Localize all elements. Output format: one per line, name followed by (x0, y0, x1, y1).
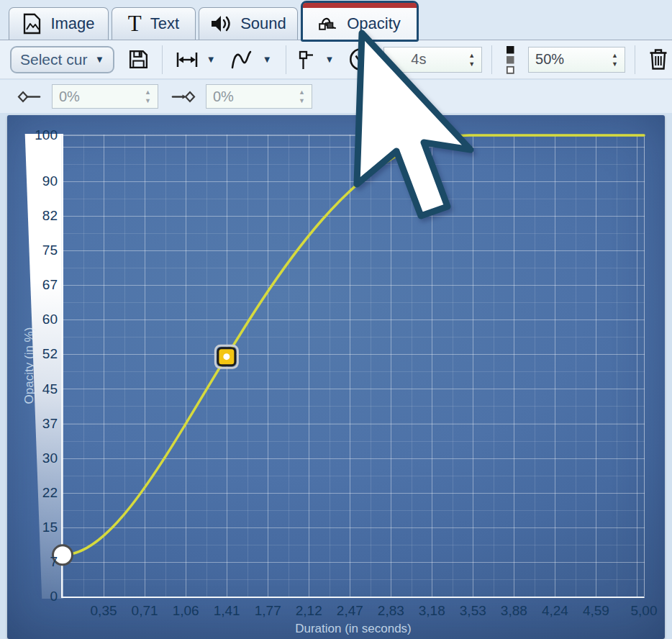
spinner-down-icon: ▼ (468, 61, 475, 67)
time-value: 4s (411, 51, 426, 68)
spinner-up-icon: ▲ (299, 89, 305, 95)
fade-out-input[interactable]: 0% ▲ ▼ (206, 84, 312, 109)
chevron-down-icon[interactable]: ▼ (324, 55, 334, 64)
x-tick-label: 2,47 (337, 603, 363, 619)
curve-editor-panel: Opacity (in %) Duration (in seconds) 0,3… (7, 115, 665, 639)
keyframe-marker-button[interactable] (298, 49, 314, 71)
x-tick-label: 0,71 (132, 603, 158, 619)
text-icon: T (128, 14, 142, 34)
x-tick-label: 0,35 (91, 603, 117, 619)
fade-in-input[interactable]: 0% ▲ ▼ (52, 84, 158, 109)
wave-type-button[interactable] (230, 49, 254, 71)
tab-label: Image (50, 14, 94, 33)
y-tick-label: 100 (25, 127, 58, 143)
y-tick-label: 37 (25, 416, 58, 432)
spinner-up-icon: ▲ (612, 53, 618, 58)
spinner-up-icon: ▲ (145, 89, 151, 95)
x-tick-label: 1,06 (173, 603, 199, 619)
opacity-percent-spinner[interactable]: ▲ ▼ (612, 53, 618, 67)
chevron-down-icon: ▼ (95, 55, 104, 64)
delete-button[interactable] (648, 47, 669, 71)
y-tick-label: 75 (25, 243, 58, 258)
y-tick-label: 7 (25, 554, 58, 570)
chevron-down-icon[interactable]: ▼ (263, 55, 272, 64)
toolbar-separator (491, 45, 492, 74)
curve-select-dropdown[interactable]: Select cur ▼ (10, 46, 114, 73)
fade-in-spinner[interactable]: ▲ ▼ (145, 89, 151, 104)
selected-tab-red-stripe (303, 3, 417, 8)
y-tick-label: 45 (25, 381, 58, 397)
save-button[interactable] (127, 48, 150, 71)
toolbar-separator (635, 45, 635, 74)
y-tick-label: 0 (25, 589, 58, 604)
tab-label: Text (150, 14, 179, 33)
plot-area[interactable]: Opacity (in %) Duration (in seconds) 0,3… (61, 135, 645, 598)
toolbar-separator (286, 45, 286, 74)
spinner-down-icon: ▼ (145, 98, 151, 104)
chevron-down-icon[interactable]: ▼ (206, 55, 216, 64)
x-tick-label: 3,53 (460, 603, 486, 619)
image-icon (22, 13, 42, 35)
layer-stack-icon[interactable] (504, 45, 517, 75)
tab-opacity[interactable]: Opacity (301, 1, 419, 42)
x-tick-label: 5,00 (631, 603, 658, 619)
x-axis-title: Duration (in seconds) (63, 622, 644, 636)
tab-bar: Image T Text Sound Opacity (0, 0, 672, 40)
x-tick-label: 1,77 (255, 603, 281, 619)
opacity-curve-icon (319, 15, 338, 32)
x-tick-label: 2,83 (378, 603, 404, 619)
fade-in-value: 0% (59, 89, 80, 105)
fade-in-icon (17, 91, 42, 103)
y-tick-label: 90 (25, 173, 58, 189)
y-tick-label: 82 (25, 208, 58, 224)
fade-row: 0% ▲ ▼ 0% ▲ ▼ (0, 80, 672, 113)
y-tick-label: 22 (25, 485, 58, 501)
y-tick-label: 30 (25, 450, 58, 466)
curve-select-value: Select cur (20, 51, 87, 68)
time-input[interactable]: 4s ▲ ▼ (383, 47, 482, 73)
opacity-percent-input[interactable]: 50% ▲ ▼ (528, 47, 625, 73)
x-tick-label: 3,88 (501, 603, 527, 619)
fade-out-icon (171, 91, 196, 103)
x-tick-label: 1,41 (214, 603, 240, 619)
toolbar-separator (162, 45, 163, 74)
y-tick-label: 67 (25, 277, 58, 293)
tab-sound[interactable]: Sound (199, 7, 298, 40)
x-tick-label: 3,18 (419, 603, 445, 619)
fade-out-value: 0% (213, 89, 234, 105)
span-width-button[interactable] (175, 50, 199, 69)
y-tick-label: 60 (25, 312, 58, 327)
opacity-percent-value: 50% (535, 51, 564, 68)
clock-icon[interactable] (348, 47, 373, 72)
time-spinner[interactable]: ▲ ▼ (468, 53, 475, 67)
spinner-up-icon: ▲ (468, 53, 475, 58)
x-tick-label: 4,24 (542, 603, 568, 619)
main-toolbar: Select cur ▼ ▼ ▼ ▼ 4s ▲ ▼ 50% ▲ ▼ (0, 40, 672, 79)
tab-label: Opacity (347, 14, 401, 33)
tab-text[interactable]: T Text (112, 7, 196, 40)
sound-icon (210, 14, 232, 34)
y-tick-label: 15 (25, 520, 58, 535)
fade-out-spinner[interactable]: ▲ ▼ (299, 89, 305, 104)
spinner-down-icon: ▼ (299, 98, 305, 104)
spinner-down-icon: ▼ (612, 61, 618, 67)
tab-image[interactable]: Image (9, 7, 109, 40)
x-tick-label: 2,12 (296, 603, 322, 619)
y-tick-label: 52 (25, 346, 58, 362)
x-tick-label: 4,59 (583, 603, 609, 619)
tab-label: Sound (240, 14, 286, 33)
